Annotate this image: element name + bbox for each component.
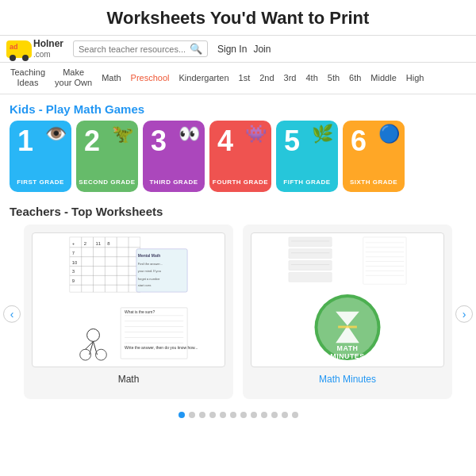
- svg-rect-59: [338, 325, 357, 328]
- svg-text:What is the sum?: What is the sum?: [125, 309, 155, 313]
- logo-text: Holner .com: [33, 39, 63, 59]
- carousel-dot-6[interactable]: [230, 412, 236, 418]
- grade-card-5[interactable]: 5 🌿 FIFTH GRADE: [276, 121, 338, 192]
- svg-rect-42: [289, 248, 332, 258]
- nav-bar: ad Holner .com 🔍 Sign In Join: [0, 35, 476, 63]
- nav-auth: Sign In Join: [217, 44, 271, 55]
- worksheet-card-math-minutes[interactable]: MATH MINUTES Math Minutes: [243, 225, 452, 399]
- play-math-games-link[interactable]: Play Math Games: [46, 102, 144, 116]
- svg-text:MINUTES: MINUTES: [330, 352, 364, 360]
- carousel-dot-3[interactable]: [199, 412, 205, 418]
- svg-text:forget a number: forget a number: [138, 277, 160, 281]
- svg-text:7: 7: [72, 250, 75, 255]
- nav-links: TeachingIdeas Makeyour Own Math Preschoo…: [0, 63, 476, 94]
- svg-text:9: 9: [72, 278, 75, 283]
- svg-text:11: 11: [95, 240, 101, 245]
- svg-line-27: [94, 341, 98, 355]
- svg-text:Find the answer...: Find the answer...: [138, 261, 163, 265]
- carousel-dot-12[interactable]: [292, 412, 298, 418]
- search-box: 🔍: [73, 40, 208, 57]
- carousel-dots: [0, 407, 476, 426]
- worksheet-title-math-minutes: Math Minutes: [319, 374, 376, 385]
- carousel-dot-2[interactable]: [189, 412, 195, 418]
- svg-point-28: [80, 349, 91, 360]
- signin-link[interactable]: Sign In: [217, 44, 247, 55]
- nav-link-4th[interactable]: 4th: [301, 71, 321, 84]
- nav-link-make-your-own[interactable]: Makeyour Own: [51, 66, 96, 90]
- carousel-dot-1[interactable]: [178, 412, 185, 418]
- nav-link-kindergarten[interactable]: Kindergarten: [175, 71, 233, 84]
- logo-bus-icon: ad: [6, 40, 32, 58]
- svg-point-25: [87, 328, 100, 341]
- monster-icon-1: 👁️: [45, 124, 67, 144]
- grade-card-4[interactable]: 4 👾 FOURTH GRADE: [209, 121, 271, 192]
- grade-card-1[interactable]: 1 👁️ FIRST GRADE: [10, 121, 71, 192]
- svg-text:10: 10: [72, 259, 78, 264]
- carousel-dot-10[interactable]: [271, 412, 278, 418]
- worksheet-preview-math-minutes: MATH MINUTES: [251, 232, 444, 367]
- carousel-dot-5[interactable]: [220, 412, 226, 418]
- page-title: Worksheets You'd Want to Print: [0, 0, 476, 35]
- grade-card-2[interactable]: 2 🦖 SECOND GRADE: [76, 121, 138, 192]
- monster-icon-4: 👾: [245, 124, 267, 144]
- worksheet-title-math: Math: [118, 374, 140, 385]
- svg-rect-46: [289, 272, 332, 282]
- search-button[interactable]: 🔍: [190, 43, 202, 55]
- svg-text:your mind. If you: your mind. If you: [138, 269, 161, 273]
- svg-rect-31: [121, 308, 187, 359]
- worksheet-preview-math: + 2 11 8 7 10 3 9 Mental Math Find the a…: [32, 232, 225, 367]
- worksheet-row: ‹ + 2 11 8 7: [0, 225, 476, 407]
- svg-point-29: [95, 349, 106, 360]
- svg-rect-44: [289, 260, 332, 270]
- svg-text:MATH: MATH: [337, 344, 359, 352]
- nav-link-3rd[interactable]: 3rd: [280, 71, 301, 84]
- kids-section-header: Kids - Play Math Games: [0, 94, 476, 121]
- nav-link-teaching-ideas[interactable]: TeachingIdeas: [6, 66, 49, 90]
- teachers-section-header: Teachers - Top Worksheets: [0, 200, 476, 225]
- monster-icon-2: 🦖: [112, 124, 133, 144]
- carousel-dot-8[interactable]: [251, 412, 257, 418]
- nav-link-6th[interactable]: 6th: [345, 71, 365, 84]
- grade-card-6[interactable]: 6 🔵 SIXTH GRADE: [343, 121, 405, 192]
- carousel-dot-7[interactable]: [240, 412, 247, 418]
- svg-text:Write the answer, then do you : Write the answer, then do you know how..…: [125, 346, 198, 350]
- search-input[interactable]: [79, 44, 190, 54]
- nav-link-preschool[interactable]: Preschool: [127, 71, 174, 84]
- monster-icon-5: 🌿: [312, 124, 333, 144]
- grade-card-3[interactable]: 3 👀 THIRD GRADE: [143, 121, 205, 192]
- nav-link-math[interactable]: Math: [98, 71, 125, 84]
- nav-link-high[interactable]: High: [402, 71, 428, 84]
- nav-link-1st[interactable]: 1st: [235, 71, 255, 84]
- grade-cards-container: 1 👁️ FIRST GRADE 2 🦖 SECOND GRADE 3 👀 TH…: [0, 121, 476, 200]
- carousel-dot-9[interactable]: [261, 412, 267, 418]
- carousel-dot-4[interactable]: [209, 412, 216, 418]
- nav-link-middle[interactable]: Middle: [367, 71, 400, 84]
- logo[interactable]: ad Holner .com: [6, 39, 63, 59]
- svg-rect-47: [363, 237, 406, 284]
- carousel-prev-button[interactable]: ‹: [3, 305, 21, 322]
- nav-link-5th[interactable]: 5th: [324, 71, 344, 84]
- nav-link-2nd[interactable]: 2nd: [255, 71, 278, 84]
- carousel-dot-11[interactable]: [282, 412, 288, 418]
- monster-icon-6: 🔵: [378, 124, 400, 144]
- carousel-next-button[interactable]: ›: [455, 305, 473, 322]
- svg-text:+: +: [72, 240, 75, 245]
- worksheet-card-math[interactable]: + 2 11 8 7 10 3 9 Mental Math Find the a…: [24, 225, 233, 399]
- svg-rect-40: [289, 237, 332, 247]
- join-link[interactable]: Join: [253, 44, 271, 55]
- svg-text:start over.: start over.: [138, 283, 152, 287]
- svg-text:Mental Math: Mental Math: [138, 253, 161, 257]
- monster-icon-3: 👀: [178, 124, 200, 144]
- svg-text:2: 2: [84, 240, 86, 245]
